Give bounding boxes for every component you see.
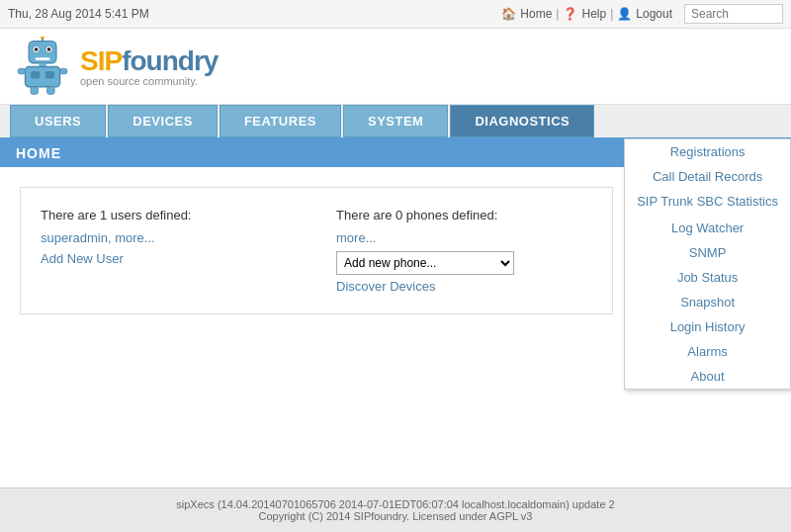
logo-brand: SIPfoundry <box>80 45 218 77</box>
svg-point-5 <box>35 47 39 51</box>
menu-sip-trunk-sbc-statistics[interactable]: SIP Trunk SBC Statistics <box>625 189 790 216</box>
svg-point-6 <box>47 47 51 51</box>
discover-devices-link[interactable]: Discover Devices <box>336 279 592 294</box>
separator2: | <box>610 7 613 21</box>
menu-alarms[interactable]: Alarms <box>625 339 790 364</box>
menu-snapshot[interactable]: Snapshot <box>625 290 790 314</box>
search-input[interactable] <box>684 4 783 24</box>
home-link[interactable]: Home <box>520 7 552 21</box>
help-icon: ❓ <box>563 7 577 21</box>
menu-snmp[interactable]: SNMP <box>625 240 790 265</box>
add-phone-select[interactable]: Add new phone... <box>336 251 514 275</box>
phones-section: There are 0 phones defined: more... Add … <box>336 208 592 294</box>
svg-rect-10 <box>31 71 40 78</box>
menu-job-status[interactable]: Job Status <box>625 265 790 290</box>
menu-log-watcher[interactable]: Log Watcher <box>625 216 790 240</box>
tab-devices[interactable]: DEVICES <box>108 105 218 137</box>
menu-registrations[interactable]: Registrations <box>625 139 790 164</box>
tab-users[interactable]: USERS <box>10 105 106 137</box>
footer-line2: Copyright (C) 2014 SIPfoundry. Licensed … <box>10 510 781 522</box>
phones-title: There are 0 phones defined: <box>336 208 592 222</box>
svg-rect-11 <box>45 71 54 78</box>
page-title: HOME <box>16 145 61 161</box>
footer: sipXecs (14.04.20140701065706 2014-07-01… <box>0 488 791 532</box>
logo-tagline: open source community. <box>80 75 218 87</box>
svg-rect-14 <box>18 68 25 74</box>
add-new-user-link[interactable]: Add New User <box>41 251 297 266</box>
topbar: Thu, 28 Aug 2014 5:41 PM 🏠 Home | ❓ Help… <box>0 0 791 29</box>
tab-features[interactable]: FEATURES <box>220 105 341 137</box>
tab-diagnostics[interactable]: DIAGNOSTICS <box>450 105 594 137</box>
content-box: There are 1 users defined: superadmin, m… <box>20 187 613 314</box>
svg-rect-9 <box>26 66 60 86</box>
logout-icon: 👤 <box>617 7 632 21</box>
topbar-nav: 🏠 Home | ❓ Help | 👤 Logout <box>501 4 783 24</box>
users-section: There are 1 users defined: superadmin, m… <box>41 208 297 294</box>
svg-rect-13 <box>47 87 54 94</box>
logo-area: SIPfoundry open source community. <box>16 37 218 96</box>
svg-point-2 <box>41 37 45 39</box>
svg-rect-15 <box>60 68 67 74</box>
tab-system[interactable]: SYSTEM <box>343 105 448 137</box>
menu-login-history[interactable]: Login History <box>625 314 790 339</box>
footer-line1: sipXecs (14.04.20140701065706 2014-07-01… <box>10 498 781 510</box>
menu-about[interactable]: About <box>625 364 790 389</box>
navtabs: USERS DEVICES FEATURES SYSTEM DIAGNOSTIC… <box>0 105 791 139</box>
robot-logo <box>16 37 70 96</box>
superadmin-link[interactable]: superadmin, more... <box>41 230 155 245</box>
svg-rect-7 <box>36 57 50 60</box>
logout-link[interactable]: Logout <box>636 7 672 21</box>
phones-more-link[interactable]: more... <box>336 230 376 245</box>
svg-rect-12 <box>31 87 38 94</box>
diagnostics-dropdown: Registrations Call Detail Records SIP Tr… <box>624 138 791 390</box>
header: SIPfoundry open source community. <box>0 29 791 105</box>
users-title: There are 1 users defined: <box>41 208 297 222</box>
menu-call-detail-records[interactable]: Call Detail Records <box>625 164 790 189</box>
home-icon: 🏠 <box>501 7 516 21</box>
nav-wrapper: USERS DEVICES FEATURES SYSTEM DIAGNOSTIC… <box>0 105 791 139</box>
logo-text: SIPfoundry open source community. <box>80 45 218 87</box>
datetime: Thu, 28 Aug 2014 5:41 PM <box>8 7 149 21</box>
help-link[interactable]: Help <box>581 7 606 21</box>
separator1: | <box>556 7 559 21</box>
